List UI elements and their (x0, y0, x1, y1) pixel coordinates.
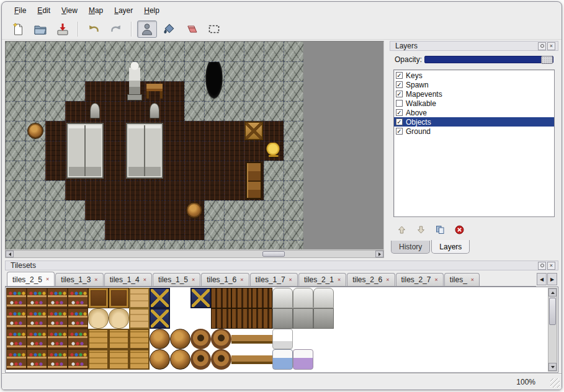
stone-tile[interactable] (284, 121, 303, 141)
stone-tile[interactable] (25, 200, 45, 220)
tileset-tab-tiles_1_5[interactable]: tiles_1_5× (153, 273, 200, 286)
stone-tile[interactable] (45, 101, 65, 121)
stone-tile[interactable] (125, 42, 145, 61)
menu-edit[interactable]: Edit (32, 5, 55, 16)
floor-tile[interactable] (164, 141, 184, 161)
stone-tile[interactable] (6, 200, 25, 220)
tileset-tile-shelf[interactable] (68, 349, 88, 370)
stone-tile[interactable] (244, 240, 264, 250)
map-hscrollbar[interactable] (5, 250, 384, 258)
tileset-tile-ladder[interactable] (231, 288, 252, 308)
stone-tile[interactable] (224, 42, 244, 61)
close-tab-icon[interactable]: × (46, 277, 49, 282)
menu-view[interactable]: View (56, 5, 83, 16)
close-tab-icon[interactable]: × (289, 277, 292, 283)
stone-tile[interactable] (284, 101, 303, 121)
floor-tile[interactable] (105, 121, 125, 141)
tileset-tile-door-top[interactable] (293, 288, 313, 308)
close-tab-icon[interactable]: × (94, 277, 97, 283)
stone-tile[interactable] (25, 240, 45, 250)
floor-tile[interactable] (164, 121, 184, 141)
floor-tile[interactable] (164, 81, 184, 101)
layer-visibility-checkbox[interactable]: ✓ (396, 81, 403, 88)
map-object-crates[interactable] (244, 121, 264, 141)
stone-tile[interactable] (284, 141, 303, 161)
close-tab-icon[interactable]: × (435, 277, 438, 283)
floor-tile[interactable] (105, 200, 125, 220)
tileset-tile-bed-blue[interactable] (272, 349, 293, 370)
floor-tile[interactable] (204, 180, 224, 200)
close-tab-icon[interactable]: × (240, 277, 243, 283)
stone-tile[interactable] (284, 240, 303, 250)
tileset-tile-bench[interactable] (252, 349, 272, 370)
floor-tile[interactable] (164, 161, 184, 180)
stone-tile[interactable] (204, 101, 224, 121)
stone-tile[interactable] (204, 240, 224, 250)
stone-tile[interactable] (85, 220, 105, 240)
stone-tile[interactable] (85, 61, 105, 81)
close-tab-icon[interactable]: × (338, 277, 341, 283)
stone-tile[interactable] (264, 220, 284, 240)
tileset-tile-ladder[interactable] (211, 288, 231, 308)
tileset-tile-ladder[interactable] (252, 308, 272, 329)
tileset-tile-wood-crate[interactable] (109, 349, 129, 370)
stone-tile[interactable] (224, 200, 244, 220)
tileset-tile-pot[interactable] (211, 349, 231, 370)
tileset-tile-door-bottom[interactable] (313, 308, 334, 329)
floor-tile[interactable] (184, 180, 204, 200)
tileset-tile-shelf[interactable] (68, 329, 88, 349)
redo-button[interactable] (106, 20, 126, 38)
tileset-tile-bed-white[interactable] (272, 329, 293, 349)
floor-tile[interactable] (85, 200, 105, 220)
layer-visibility-checkbox[interactable] (396, 100, 403, 107)
tileset-tile-door-top[interactable] (313, 288, 334, 308)
stamp-tool-button[interactable] (137, 20, 157, 38)
tileset-tab-tiles_1_4[interactable]: tiles_1_4× (104, 273, 152, 286)
stone-tile[interactable] (85, 240, 105, 250)
stone-tile[interactable] (224, 81, 244, 101)
tileset-tile-crate-navy[interactable] (190, 288, 211, 308)
undo-button[interactable] (84, 20, 104, 38)
menu-file[interactable]: File (9, 5, 31, 16)
tileset-tab-tiles_2_1[interactable]: tiles_2_1× (298, 273, 346, 286)
tileset-tile-shelf[interactable] (47, 329, 68, 349)
stone-tile[interactable] (264, 180, 284, 200)
scroll-right-button[interactable] (375, 251, 383, 257)
tileset-tile-shelf[interactable] (47, 288, 68, 308)
scroll-left-button[interactable] (6, 251, 14, 257)
stone-tile[interactable] (204, 200, 224, 220)
layer-row-above[interactable]: ✓Above (394, 108, 554, 117)
floor-tile[interactable] (164, 200, 184, 220)
stone-tile[interactable] (184, 101, 204, 121)
stone-tile[interactable] (105, 61, 125, 81)
tileset-tab-tiles_1_6[interactable]: tiles_1_6× (201, 273, 249, 286)
floor-tile[interactable] (204, 121, 224, 141)
layer-row-walkable[interactable]: Walkable (394, 99, 554, 108)
tileset-vscrollbar-thumb[interactable] (549, 298, 556, 325)
floor-tile[interactable] (145, 180, 164, 200)
stone-tile[interactable] (164, 42, 184, 61)
floor-tile[interactable] (164, 180, 184, 200)
stone-tile[interactable] (6, 81, 25, 101)
stone-tile[interactable] (204, 220, 224, 240)
tileset-tile-shelf[interactable] (47, 308, 68, 329)
tileset-tile-shelf[interactable] (27, 308, 47, 329)
menu-help[interactable]: Help (139, 5, 164, 16)
layer-row-mapevents[interactable]: ✓Mapevents (394, 89, 554, 99)
floor-tile[interactable] (45, 141, 65, 161)
stone-tile[interactable] (105, 42, 125, 61)
tileset-tile-door-bottom[interactable] (293, 308, 313, 329)
floor-tile[interactable] (224, 121, 244, 141)
resize-grip[interactable] (550, 378, 560, 388)
stone-tile[interactable] (264, 200, 284, 220)
tileset-vscrollbar[interactable] (548, 288, 557, 372)
tileset-tile-pot[interactable] (190, 329, 211, 349)
stone-tile[interactable] (65, 42, 85, 61)
map-object-statue[interactable] (125, 61, 145, 101)
stone-tile[interactable] (25, 101, 45, 121)
floor-tile[interactable] (85, 81, 105, 101)
stone-tile[interactable] (125, 240, 145, 250)
fill-tool-button[interactable] (159, 20, 179, 38)
tileset-tile-bed-purple[interactable] (293, 349, 313, 370)
floor-tile[interactable] (164, 101, 184, 121)
